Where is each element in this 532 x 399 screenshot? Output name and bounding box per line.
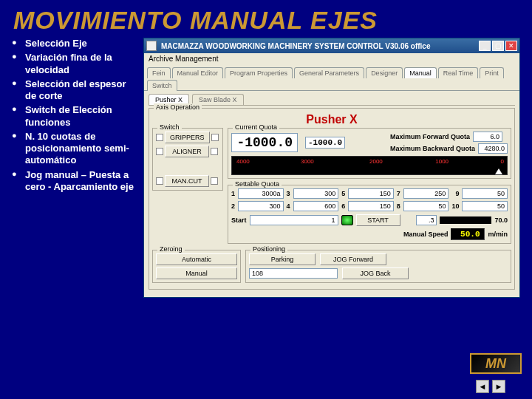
quota-number: 9 — [451, 190, 459, 197]
tab-designer[interactable]: Designer — [366, 67, 403, 78]
quota-number: 4 — [287, 202, 290, 210]
quota-input-9[interactable] — [462, 188, 508, 199]
current-quota-mini: -1000.0 — [305, 137, 345, 149]
menubar-item[interactable]: Archive Management — [144, 53, 519, 64]
aligner-button[interactable]: ALIGNER — [165, 146, 209, 157]
max-bwd-value: 4280.0 — [478, 143, 508, 154]
tab-general-params[interactable]: General Parameters — [294, 67, 364, 78]
quota-number: 5 — [341, 190, 345, 197]
slide-nav: ◄ ► — [476, 380, 505, 393]
tab-manual[interactable]: Manual — [404, 67, 437, 78]
switch-group: Switch GRIPPERS ALIGNER MAN.CUT — [152, 128, 223, 191]
quota-number: 7 — [397, 190, 400, 197]
zeroing-legend: Zeroing — [157, 245, 185, 253]
ruler-marker-icon — [495, 168, 502, 174]
stretch-bar — [440, 216, 491, 224]
current-quota-display: -1000.0 — [231, 133, 298, 152]
quota-input-2[interactable] — [238, 201, 284, 211]
brand-logo: MN — [470, 353, 522, 374]
app-icon — [146, 41, 157, 51]
quota-input-4[interactable] — [293, 201, 339, 211]
minimize-button[interactable]: _ — [479, 41, 491, 51]
speed-display: 50.0 — [451, 228, 485, 240]
set-quota-legend: Settable Quota — [233, 180, 282, 188]
content-area: Selección Eje Variación fina de la veloc… — [0, 38, 532, 298]
client-area: Pusher X Saw Blade X Axis Operation Push… — [144, 91, 519, 297]
auto-zero-button[interactable]: Automatic — [156, 253, 237, 265]
quota-input-1[interactable] — [238, 188, 284, 199]
ruler-tick-label: 2000 — [369, 158, 383, 165]
main-tabs: Fein Manual Editor Program Properties Ge… — [144, 64, 519, 91]
next-slide-button[interactable]: ► — [492, 380, 505, 393]
axis-operation-group: Axis Operation Pusher X Switch GRIPPERS … — [149, 108, 515, 290]
ruler-tick-label: 0 — [501, 158, 504, 165]
max-fwd-value: 6.0 — [473, 132, 502, 142]
jog-forward-button[interactable]: JOG Forward — [320, 253, 386, 265]
tab-program-props[interactable]: Program Properties — [225, 67, 293, 78]
traffic-light-icon — [341, 215, 353, 225]
tab-real-time[interactable]: Real Time — [438, 67, 479, 78]
checkbox-icon[interactable] — [156, 134, 163, 141]
quota-input-8[interactable] — [403, 201, 449, 211]
checkbox-icon[interactable] — [156, 177, 163, 185]
zeroing-group: Zeroing Automatic Manual — [152, 250, 241, 283]
cur-quota-legend: Current Quota — [233, 123, 279, 131]
quota-grid: 1 3 5 7 9 2 4 6 8 10 — [231, 188, 508, 211]
bullet-item: Switch de Elección funciones — [12, 104, 137, 129]
max-fwd-label: Maximum Forward Quota — [390, 133, 470, 140]
parking-button[interactable]: Parking — [249, 253, 316, 265]
ruler-tick-label: 4000 — [236, 158, 250, 165]
start-label: Start — [231, 216, 247, 224]
titlebar: MACMAZZA WOODWORKING MACHINERY SYSTEM CO… — [144, 38, 519, 53]
axis-subtabs: Pusher X Saw Blade X — [149, 94, 515, 106]
jog-back-button[interactable]: JOG Back — [342, 267, 409, 279]
speed-unit: m/min — [488, 231, 508, 238]
bullet-item: Variación fina de la velocidad — [12, 52, 137, 76]
tab-switch[interactable]: Switch — [147, 80, 177, 91]
positioning-group: Positioning Parking JOG Forward JOG Back — [245, 250, 511, 283]
position-ruler: 4000 3000 2000 1000 0 — [231, 156, 508, 175]
quota-number: 2 — [231, 202, 235, 210]
axis-op-legend: Axis Operation — [154, 103, 202, 111]
quota-input-3[interactable] — [293, 188, 339, 199]
checkbox-icon[interactable] — [211, 134, 219, 141]
bullet-item: N. 10 cuotas de posicionamiento semi-aut… — [12, 131, 137, 167]
bullet-item: Selección Eje — [12, 38, 137, 50]
man-cut-button[interactable]: MAN.CUT — [165, 175, 209, 187]
grippers-button[interactable]: GRIPPERS — [165, 132, 210, 143]
quota-input-5[interactable] — [348, 188, 394, 199]
bullet-item: Jog manual – Puesta a cero - Aparcamient… — [12, 169, 137, 194]
checkbox-icon[interactable] — [156, 148, 163, 155]
tab-manual-editor[interactable]: Manual Editor — [172, 67, 224, 78]
bullet-list: Selección Eje Variación fina de la veloc… — [12, 38, 137, 298]
max-bwd-label: Maximum Backward Quota — [390, 145, 475, 152]
quota-number: 6 — [341, 202, 345, 210]
settable-quota-group: Settable Quota 1 3 5 7 9 2 4 6 8 — [228, 185, 511, 244]
start-value-input[interactable] — [250, 215, 338, 225]
positioning-legend: Positioning — [250, 245, 287, 253]
quota-input-6[interactable] — [348, 201, 394, 211]
stretch-value: .3 — [416, 215, 437, 225]
slide-title: MOVIMIENTO MANUAL EJES — [0, 0, 532, 38]
checkbox-icon[interactable] — [211, 177, 218, 185]
switch-legend: Switch — [157, 123, 182, 131]
maximize-button[interactable]: ▢ — [492, 41, 504, 51]
quota-number: 3 — [287, 190, 290, 197]
quota-input-10[interactable] — [462, 201, 508, 211]
quota-input-7[interactable] — [403, 188, 449, 199]
bullet-item: Selección del espesor de corte — [12, 78, 137, 103]
quota-number: 10 — [451, 202, 459, 210]
axis-name-label: Pusher X — [152, 112, 511, 128]
prev-slide-button[interactable]: ◄ — [476, 380, 489, 393]
checkbox-icon[interactable] — [211, 148, 218, 155]
start-button[interactable]: START — [356, 214, 400, 226]
close-button[interactable]: ✕ — [505, 41, 517, 51]
manual-zero-button[interactable]: Manual — [156, 267, 237, 279]
ruler-tick-label: 3000 — [301, 158, 314, 165]
ruler-tick-label: 1000 — [435, 158, 449, 165]
tab-print[interactable]: Print — [480, 67, 504, 78]
tab-fein[interactable]: Fein — [147, 67, 171, 78]
position-input[interactable] — [249, 268, 338, 279]
window-title: MACMAZZA WOODWORKING MACHINERY SYSTEM CO… — [161, 42, 479, 50]
quota-number: 1 — [231, 190, 235, 197]
